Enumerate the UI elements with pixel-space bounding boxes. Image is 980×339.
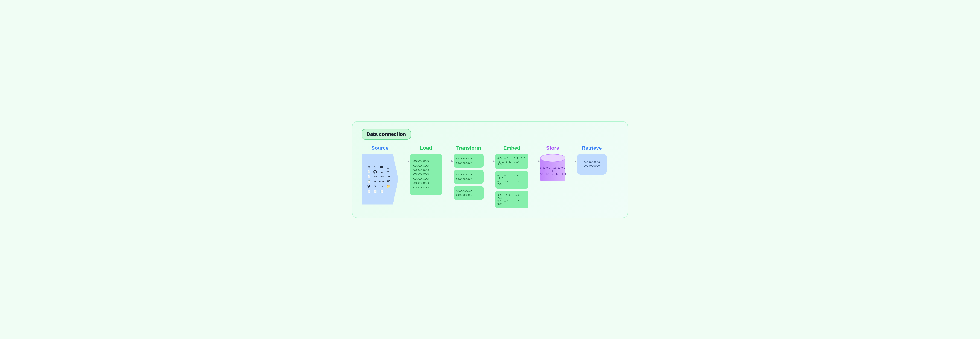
pipeline-row: Source ⊞ ▷ △ 📄 🖼 CSV: [361, 145, 619, 208]
title-badge: Data connection: [361, 129, 411, 140]
load-box: XXXXXXXXXX XXXXXXXXXX XXXXXXXXXX XXXXXXX…: [410, 154, 442, 195]
icon-move: ⊞: [366, 166, 371, 169]
arrow-3: [484, 159, 495, 164]
database-cylinder: 0.5, 0.2....0.1, 0.9 : 2.1, 0.1....-1.7,…: [540, 154, 565, 184]
transform-box2-line2: XXXXXXXXXX: [456, 178, 481, 181]
retrieve-line2: XXXXXXXXXX: [584, 165, 600, 168]
transform-box1-line1: XXXXXXXXXX: [456, 157, 481, 160]
transform-box-2: XXXXXXXXXX XXXXXXXXXX: [453, 170, 484, 184]
source-shape: ⊞ ▷ △ 📄 🖼 CSV 📄 ZIP DOC: [361, 154, 398, 205]
embed-box2-line2: 4.1, 3.4....-1.5, 2.5: [497, 180, 526, 185]
store-stage: Store 0.5, 0.2....0.1, 0.9 : 2.1, 0.1...…: [540, 145, 565, 184]
db-line2: :: [552, 170, 553, 172]
svg-marker-5: [493, 160, 495, 162]
icon-video: ▷: [373, 166, 378, 169]
embed-box1-line2: -0.1, 0.4....1.4, 5.9: [497, 161, 526, 166]
svg-marker-1: [407, 160, 410, 162]
source-icons: ⊞ ▷ △ 📄 🖼 CSV 📄 ZIP DOC: [366, 166, 391, 193]
svg-marker-9: [574, 160, 577, 162]
arrow-5: [565, 159, 577, 164]
embed-box3-line1: 5.5, -0.3....0.8, 2.3: [497, 194, 526, 199]
retrieve-stage: Retrieve XXXXXXXXXX XXXXXXXXXX: [577, 145, 607, 175]
load-line-6: XXXXXXXXXX: [413, 182, 439, 185]
load-line-3: XXXXXXXXXX: [413, 169, 439, 172]
icon-doc3: DOC: [379, 175, 384, 178]
arrow-4: [528, 159, 540, 164]
load-label: Load: [420, 145, 432, 151]
icon-doc: 📄: [366, 170, 371, 173]
icon-file4: [386, 189, 391, 193]
load-line-1: XXXXXXXXXX: [413, 160, 439, 163]
db-text: 0.5, 0.2....0.1, 0.9 : 2.1, 0.1....-1.7,…: [539, 166, 566, 176]
icon-github: [373, 170, 378, 173]
transform-box3-line1: XXXXXXXXXX: [456, 189, 481, 192]
transform-box-1: XXXXXXXXXX XXXXXXXXXX: [453, 154, 484, 168]
svg-marker-7: [538, 160, 540, 162]
retrieve-box: XXXXXXXXXX XXXXXXXXXX: [577, 154, 607, 175]
source-label: Source: [371, 145, 389, 151]
arrow-2: [442, 159, 453, 164]
icon-doc2: 📄: [366, 175, 371, 178]
icon-txt: TXT: [386, 175, 391, 178]
main-container: Data connection Source ⊞ ▷ △ 📄: [352, 121, 628, 218]
embed-boxes: 0.5, 0.2....0.1, 0.9 -0.1, 0.4....1.4, 5…: [495, 154, 528, 208]
embed-box-3: 5.5, -0.3....0.8, 2.3 2.1, 0.1....-1.7, …: [495, 191, 528, 208]
transform-label: Transform: [456, 145, 481, 151]
embed-box2-line1: 0.2, 0.7....2.1, -1.2: [497, 174, 526, 180]
embed-box1-line1: 0.5, 0.2....0.1, 0.9: [497, 157, 526, 159]
arrow-icon-1: [398, 159, 410, 164]
icon-pdf: 📋: [366, 180, 371, 183]
embed-box-2: 0.2, 0.7....2.1, -1.2 4.1, 3.4....-1.5, …: [495, 171, 528, 189]
icon-image: 🖼: [379, 170, 384, 173]
source-stage: Source ⊞ ▷ △ 📄 🖼 CSV: [361, 145, 398, 205]
icon-wiki: W: [386, 180, 391, 183]
icon-gdrive: △: [386, 166, 391, 169]
embed-label: Embed: [503, 145, 520, 151]
icon-file2: 📄: [373, 189, 378, 193]
load-line-4: XXXXXXXXXX: [413, 173, 439, 176]
arrow-icon-4: [528, 159, 540, 164]
embed-box-1: 0.5, 0.2....0.1, 0.9 -0.1, 0.4....1.4, 5…: [495, 154, 528, 169]
load-line-7: XXXXXXXXXX: [413, 186, 439, 189]
arrow-1: [398, 159, 410, 164]
db-line3: 2.1, 0.1....-1.7, 0.9: [539, 173, 566, 175]
title-text: Data connection: [367, 131, 406, 137]
retrieve-label: Retrieve: [582, 145, 602, 151]
icon-file1: 📄: [366, 189, 371, 193]
icon-csv: CSV: [386, 170, 391, 173]
load-stage: Load XXXXXXXXXX XXXXXXXXXX XXXXXXXXXX XX…: [410, 145, 442, 195]
arrow-icon-2: [442, 159, 453, 164]
icon-discord: [379, 166, 384, 169]
load-line-2: XXXXXXXXXX: [413, 164, 439, 167]
embed-stage: Embed 0.5, 0.2....0.1, 0.9 -0.1, 0.4....…: [495, 145, 528, 208]
transform-box1-line2: XXXXXXXXXX: [456, 161, 481, 164]
db-line1: 0.5, 0.2....0.1, 0.9: [540, 167, 565, 169]
transform-box-3: XXXXXXXXXX XXXXXXXXXX: [453, 186, 484, 200]
transform-box2-line1: XXXXXXXXXX: [456, 173, 481, 176]
load-line-5: XXXXXXXXXX: [413, 177, 439, 180]
db-top: [540, 154, 565, 162]
transform-boxes: XXXXXXXXXX XXXXXXXXXX XXXXXXXXXX XXXXXXX…: [453, 154, 484, 200]
transform-box3-line2: XXXXXXXXXX: [456, 194, 481, 197]
svg-marker-3: [451, 160, 453, 162]
icon-html: HTML: [379, 180, 384, 183]
icon-zip: ZIP: [373, 175, 378, 178]
icon-markdown: M↓: [373, 180, 378, 183]
icon-file3: 📄: [379, 189, 384, 193]
icon-notion: ⊙: [379, 185, 384, 188]
embed-box3-line2: 2.1, 0.1....-1.7, 0.9: [497, 200, 526, 205]
arrow-icon-5: [565, 159, 577, 164]
icon-twitter: [366, 185, 371, 188]
transform-stage: Transform XXXXXXXXXX XXXXXXXXXX XXXXXXXX…: [453, 145, 484, 200]
store-label: Store: [546, 145, 559, 151]
icon-email: ✉: [373, 185, 378, 188]
icon-folder: 📁: [386, 185, 391, 188]
retrieve-line1: XXXXXXXXXX: [584, 161, 600, 164]
arrow-icon-3: [484, 159, 495, 164]
